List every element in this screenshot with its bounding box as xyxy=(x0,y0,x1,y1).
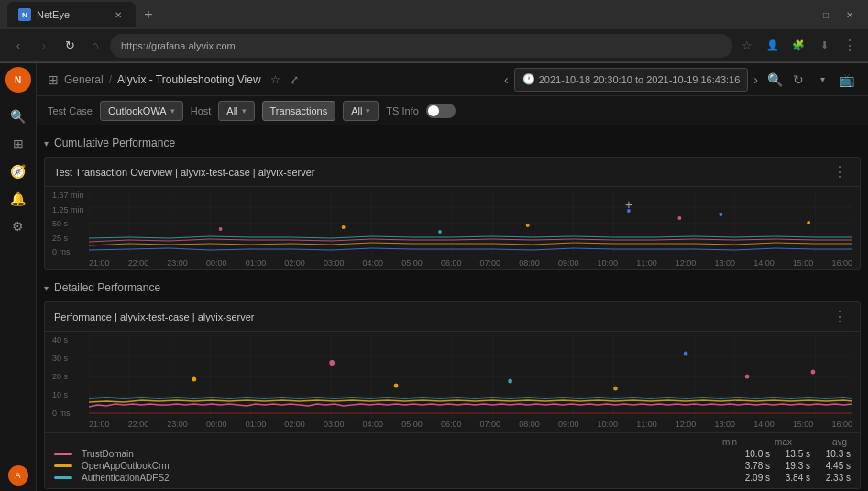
zoom-out-icon[interactable]: 🔍 xyxy=(764,69,786,91)
address-bar[interactable]: https://grafana.alyvix.com xyxy=(110,34,732,58)
svg-point-67 xyxy=(745,375,750,379)
tab-title: NetEye xyxy=(37,9,70,20)
app-icon: ⊞ xyxy=(48,72,59,87)
share-icon[interactable]: ⤤ xyxy=(290,73,299,86)
legend-max-trustdomain: 13.5 s xyxy=(774,449,810,459)
sidebar-alerting-icon[interactable]: 🔔 xyxy=(4,186,33,212)
home-button[interactable]: ⌂ xyxy=(84,35,106,57)
svg-point-62 xyxy=(684,352,688,356)
reload-button[interactable]: ↻ xyxy=(59,35,81,57)
panel-menu-icon[interactable]: ⋮ xyxy=(829,163,851,180)
minimize-button[interactable]: – xyxy=(791,4,813,26)
svg-point-63 xyxy=(811,370,816,375)
panel-performance-title: Performance | alyvix-test-case | alyvix-… xyxy=(54,311,829,322)
maximize-button[interactable]: □ xyxy=(815,4,837,26)
sidebar-search-icon[interactable]: 🔍 xyxy=(4,104,33,129)
legend-item-trustdomain: TrustDomain 10.0 s 13.5 s 10.3 s xyxy=(54,449,851,459)
svg-point-66 xyxy=(613,387,618,391)
time-range-display[interactable]: 🕐 2021-10-18 20:30:10 to 2021-10-19 16:4… xyxy=(514,68,749,92)
time-range-back-button[interactable]: ‹ xyxy=(504,72,509,87)
legend-header-min: min xyxy=(700,437,737,447)
browser-tab[interactable]: N NetEye ✕ xyxy=(7,2,136,27)
legend-avg-auth: 2.33 s xyxy=(814,473,851,483)
section-cumulative-label: Cumulative Performance xyxy=(54,136,175,149)
legend-name-trustdomain: TrustDomain xyxy=(82,449,730,459)
svg-point-65 xyxy=(508,379,512,384)
svg-point-60 xyxy=(329,360,335,366)
new-tab-button[interactable]: + xyxy=(136,2,161,27)
star-icon[interactable]: ☆ xyxy=(270,73,280,86)
close-button[interactable]: ✕ xyxy=(839,4,861,26)
menu-button[interactable]: ⋮ xyxy=(839,35,861,57)
transactions-select[interactable]: All ▾ xyxy=(343,101,379,121)
host-select[interactable]: All ▾ xyxy=(218,101,254,121)
back-button[interactable]: ‹ xyxy=(7,35,29,57)
svg-point-31 xyxy=(526,224,530,227)
panel-performance: Performance | alyvix-test-case | alyvix-… xyxy=(44,301,861,489)
legend-max-openapp: 19.3 s xyxy=(774,461,810,471)
sidebar-config-icon[interactable]: ⚙ xyxy=(4,213,33,239)
dropdown-icon[interactable]: ▾ xyxy=(811,69,833,91)
time-range-forward-button[interactable]: › xyxy=(753,72,758,87)
breadcrumb-home[interactable]: General xyxy=(64,73,104,86)
sidebar-user-icon[interactable]: A xyxy=(4,463,33,488)
tab-close-button[interactable]: ✕ xyxy=(112,8,125,21)
panel-test-transaction-overview: Test Transaction Overview | alyvix-test-… xyxy=(44,157,861,270)
tv-mode-icon[interactable]: 📺 xyxy=(835,69,857,91)
section-detailed: ▾ Detailed Performance Performance | aly… xyxy=(44,278,861,489)
svg-point-61 xyxy=(394,384,399,388)
forward-button[interactable]: › xyxy=(33,35,55,57)
svg-point-28 xyxy=(807,221,810,224)
breadcrumb-separator: / xyxy=(109,73,112,86)
sidebar-dashboards-icon[interactable]: ⊞ xyxy=(4,131,33,157)
ts-info-label: TS Info xyxy=(386,105,418,116)
panel-title: Test Transaction Overview | alyvix-test-… xyxy=(54,167,829,178)
legend-header-max: max xyxy=(755,437,792,447)
sidebar-explore-icon[interactable]: 🧭 xyxy=(4,158,33,184)
svg-point-27 xyxy=(677,216,681,220)
svg-text:+: + xyxy=(625,198,632,212)
legend-avg-openapp: 4.45 s xyxy=(814,461,851,471)
refresh-icon[interactable]: ↻ xyxy=(787,69,809,91)
ts-info-toggle[interactable] xyxy=(426,104,456,118)
download-button[interactable]: ⬇ xyxy=(813,35,835,57)
section-detailed-header[interactable]: ▾ Detailed Performance xyxy=(44,278,861,298)
transactions-button[interactable]: Transactions xyxy=(262,101,336,121)
test-case-label: Test Case xyxy=(48,105,93,116)
svg-point-64 xyxy=(192,377,197,382)
legend-min-openapp: 3.78 s xyxy=(733,461,770,471)
legend-name-auth: AuthenticationADFS2 xyxy=(82,473,730,483)
svg-point-25 xyxy=(342,225,346,229)
extensions-button[interactable]: 🧩 xyxy=(787,35,809,57)
legend-item-auth: AuthenticationADFS2 2.09 s 3.84 s 2.33 s xyxy=(54,473,851,483)
panel-performance-menu-icon[interactable]: ⋮ xyxy=(829,308,851,325)
bookmark-button[interactable]: ☆ xyxy=(736,35,758,57)
legend-header-avg: avg xyxy=(810,437,847,447)
time-range-text: 2021-10-18 20:30:10 to 2021-10-19 16:43:… xyxy=(539,74,741,85)
legend-avg-trustdomain: 10.3 s xyxy=(814,449,851,459)
tab-favicon: N xyxy=(18,8,31,21)
section-cumulative: ▾ Cumulative Performance Test Transactio… xyxy=(44,133,861,270)
detailed-chart xyxy=(89,335,852,418)
svg-point-32 xyxy=(719,213,722,216)
sidebar-logo: N xyxy=(5,67,31,93)
section-detailed-label: Detailed Performance xyxy=(54,281,160,294)
profile-button[interactable]: 👤 xyxy=(762,35,784,57)
legend-item-openapp: OpenAppOutlookCrm 3.78 s 19.3 s 4.45 s xyxy=(54,461,851,471)
legend-max-auth: 3.84 s xyxy=(774,473,810,483)
legend-min-trustdomain: 10.0 s xyxy=(733,449,770,459)
test-case-select[interactable]: OutlookOWA ▾ xyxy=(100,101,183,121)
svg-point-29 xyxy=(438,230,442,234)
section-cumulative-header[interactable]: ▾ Cumulative Performance xyxy=(44,133,861,153)
page-title: Alyvix - Troubleshooting View xyxy=(117,73,261,86)
cumulative-chart: + xyxy=(89,191,852,256)
legend-min-auth: 2.09 s xyxy=(733,473,770,483)
host-label: Host xyxy=(191,105,212,116)
legend-name-openapp: OpenAppOutlookCrm xyxy=(82,461,730,471)
svg-point-30 xyxy=(219,227,223,231)
